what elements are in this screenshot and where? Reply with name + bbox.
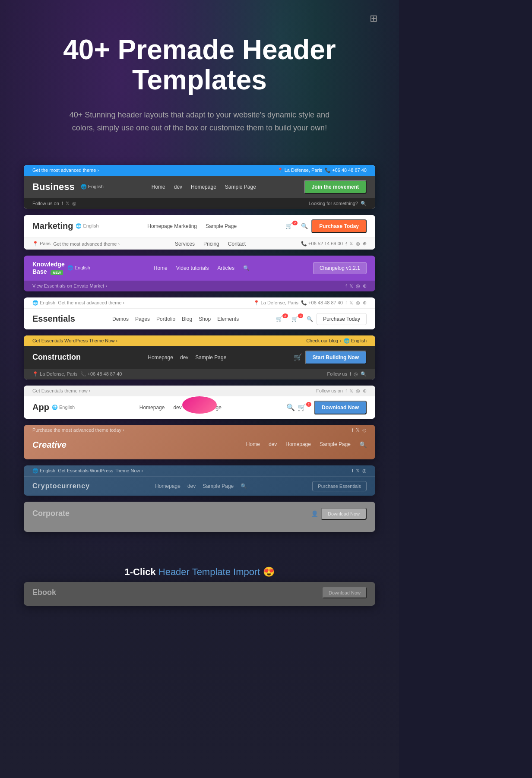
construction-cta-button[interactable]: Start Building Now xyxy=(305,351,367,364)
knowledge-fb-icon: f xyxy=(345,283,347,288)
construction-search-icon[interactable]: 🔍 xyxy=(361,371,367,377)
essentials-nav-elements[interactable]: Elements xyxy=(217,316,239,322)
business-topbar: Get the most advanced theme › 📍 La Défen… xyxy=(24,165,375,176)
template-app: Get Essentials theme now › Follow us on … xyxy=(24,386,375,419)
business-nav-homepage[interactable]: Homepage xyxy=(191,184,216,190)
marketing-contact[interactable]: Contact xyxy=(228,241,246,247)
business-bottombar: Follow us on f 𝕏 ◎ Looking for something… xyxy=(24,198,375,209)
essentials-nav-demos[interactable]: Demos xyxy=(112,316,129,322)
essentials-nav-shop[interactable]: Shop xyxy=(199,316,211,322)
essentials-nav-pages[interactable]: Pages xyxy=(135,316,150,322)
knowledge-nav-articles[interactable]: Articles xyxy=(218,265,234,271)
business-search-icon[interactable]: 🔍 xyxy=(361,201,367,206)
marketing-services[interactable]: Services xyxy=(175,241,195,247)
business-phone: 📞 +06 48 48 87 40 xyxy=(325,168,367,173)
construction-top-left[interactable]: Get Essentials WordPress Theme Now › xyxy=(32,338,117,343)
knowledge-nav-home[interactable]: Home xyxy=(154,265,168,271)
app-lang[interactable]: 🌐 English xyxy=(52,405,75,410)
business-cta-button[interactable]: Join the movement xyxy=(304,180,367,194)
marketing-cta-button[interactable]: Purchase Today xyxy=(311,219,367,233)
marketing-search-icon[interactable]: 🔍 xyxy=(301,223,308,229)
knowledge-cta-button[interactable]: Changelog v1.2.1 xyxy=(313,262,367,274)
creative-search-icon[interactable]: 🔍 xyxy=(359,441,367,448)
construction-top-lang[interactable]: 🌐 English xyxy=(344,338,367,344)
app-nav: App 🌐 English Homepage dev Sample Page 🔍… xyxy=(24,396,375,419)
creative-nav-homepage[interactable]: Homepage xyxy=(285,441,311,448)
business-topbar-left[interactable]: Get the most advanced theme › xyxy=(32,168,99,173)
business-follow-text: Follow us on xyxy=(32,201,59,206)
essentials-nav-portfolio[interactable]: Portfolio xyxy=(156,316,175,322)
app-search-icon[interactable]: 🔍 xyxy=(286,403,295,411)
construction-top-blog[interactable]: Check our blog › xyxy=(306,338,341,343)
app-accent-shape xyxy=(182,396,217,414)
essentials-nav-blog[interactable]: Blog xyxy=(182,316,192,322)
marketing-fb-icon: f xyxy=(345,241,347,247)
essentials-logo: Essentials xyxy=(32,314,75,324)
business-nav-home[interactable]: Home xyxy=(152,184,165,190)
marketing-nav-homepage[interactable]: Homepage Marketing xyxy=(147,223,197,229)
template-knowledge: Knowledge Base NEW 🌐 English Home Video … xyxy=(24,256,375,291)
crypto-cta-button[interactable]: Purchase Essentials xyxy=(312,481,367,491)
template-business: Get the most advanced theme › 📍 La Défen… xyxy=(24,165,375,209)
marketing-cart-icon[interactable]: 🛒2 xyxy=(285,223,298,229)
knowledge-nav-tutorials[interactable]: Video tutorials xyxy=(176,265,209,271)
creative-ig-icon: ◎ xyxy=(362,427,367,433)
essentials-cart2-icon[interactable]: 🛒3 xyxy=(291,316,303,322)
knowledge-search-icon[interactable]: 🔍 xyxy=(243,265,250,271)
knowledge-bottombar: View Essentials on Envato Market › f 𝕏 ◎… xyxy=(24,281,375,291)
essentials-cart1-icon[interactable]: 🛒2 xyxy=(276,316,288,322)
app-cta-button[interactable]: Download Now xyxy=(314,401,367,414)
creative-nav-sample[interactable]: Sample Page xyxy=(320,441,351,448)
marketing-pricing[interactable]: Pricing xyxy=(203,241,219,247)
construction-fb-icon: f xyxy=(350,371,351,376)
crypto-nav: Cryptocurrency Homepage dev Sample Page … xyxy=(24,477,375,496)
essentials-nav: Essentials Demos Pages Portfolio Blog Sh… xyxy=(24,309,375,329)
app-logo: App xyxy=(32,402,49,412)
crypto-nav-sample[interactable]: Sample Page xyxy=(203,483,234,489)
crypto-nav-dev[interactable]: dev xyxy=(187,483,196,489)
creative-nav-dev[interactable]: dev xyxy=(269,441,277,448)
template-ebook: Ebook Download Now xyxy=(24,582,375,606)
footer-bold-text: 1-Click xyxy=(124,566,155,577)
crypto-search-icon[interactable]: 🔍 xyxy=(241,483,247,489)
app-top-theme[interactable]: Get Essentials theme now › xyxy=(32,388,91,393)
crypto-nav-homepage[interactable]: Homepage xyxy=(155,483,180,489)
knowledge-lang[interactable]: 🌐 English xyxy=(67,265,90,271)
marketing-icons: 🛒2 🔍 Purchase Today xyxy=(285,219,367,233)
essentials-top-theme[interactable]: Get the most advanced theme › xyxy=(58,300,124,305)
corporate-cta-button[interactable]: Download Now xyxy=(321,508,367,520)
essentials-top-lang[interactable]: 🌐 English xyxy=(32,300,55,306)
crypto-top-lang[interactable]: 🌐 English xyxy=(32,468,55,474)
crypto-top-theme[interactable]: Get Essentials WordPress Theme Now › xyxy=(58,468,143,473)
construction-nav-sample[interactable]: Sample Page xyxy=(195,354,226,361)
creative-nav-home[interactable]: Home xyxy=(246,441,260,448)
knowledge-tw-icon: 𝕏 xyxy=(349,283,353,289)
marketing-more-icon: ⊕ xyxy=(363,241,367,247)
business-fb-icon: f xyxy=(62,201,63,206)
business-nav-sample[interactable]: Sample Page xyxy=(225,184,256,190)
knowledge-envato-link[interactable]: View Essentials on Envato Market › xyxy=(32,283,107,288)
marketing-nav-links: Homepage Marketing Sample Page xyxy=(147,223,237,229)
construction-nav-homepage[interactable]: Homepage xyxy=(148,354,173,361)
marketing-nav-sample[interactable]: Sample Page xyxy=(206,223,237,229)
knowledge-social-icons: f 𝕏 ◎ ⊕ xyxy=(345,283,367,289)
marketing-theme-link[interactable]: Get the most advanced theme › xyxy=(53,241,120,247)
essentials-top-tw: 𝕏 xyxy=(349,300,353,306)
ebook-cta-button[interactable]: Download Now xyxy=(323,587,367,598)
app-nav-dev[interactable]: dev xyxy=(173,405,181,411)
template-crypto: 🌐 English Get Essentials WordPress Theme… xyxy=(24,465,375,496)
ebook-logo: Ebook xyxy=(32,588,56,597)
app-nav-homepage[interactable]: Homepage xyxy=(139,405,165,411)
essentials-cta-button[interactable]: Purchase Today xyxy=(317,313,367,325)
app-cart-icon[interactable]: 🛒2 xyxy=(298,403,311,411)
business-lang[interactable]: 🌐 English xyxy=(81,184,104,190)
business-search-text: Looking for something? xyxy=(309,201,358,206)
crypto-tw-icon: 𝕏 xyxy=(356,468,360,474)
construction-nav-dev[interactable]: dev xyxy=(180,354,188,361)
construction-cart-icon[interactable]: 🛒 xyxy=(294,353,302,361)
business-nav-dev[interactable]: dev xyxy=(174,184,182,190)
essentials-search-icon[interactable]: 🔍 xyxy=(307,316,313,322)
creative-top-left[interactable]: Purchase the most advanced theme today › xyxy=(32,427,124,433)
marketing-lang[interactable]: 🌐 English xyxy=(76,223,98,229)
knowledge-nav-links: Home Video tutorials Articles 🔍 xyxy=(154,265,250,271)
